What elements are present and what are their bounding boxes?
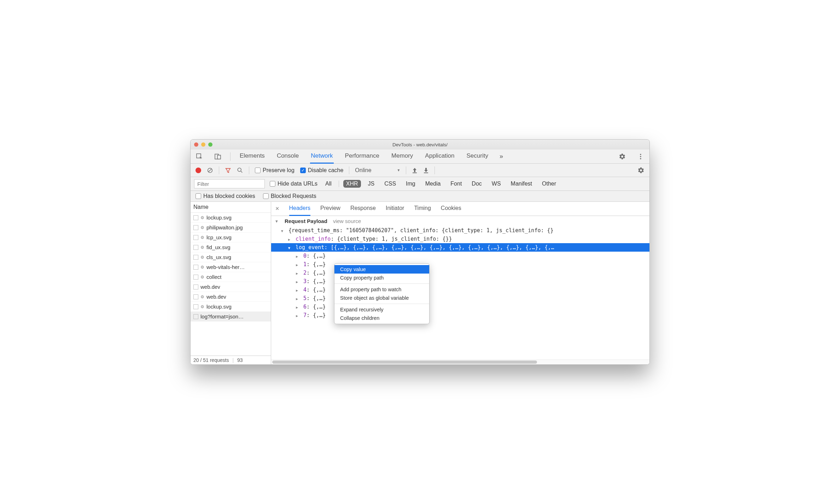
tab-application[interactable]: Application bbox=[424, 149, 455, 164]
tree-row[interactable]: ▶ 0: {,…} bbox=[271, 252, 649, 260]
request-row[interactable]: ⚙web-vitals-her… bbox=[191, 262, 271, 272]
menu-item[interactable]: Expand recursively bbox=[334, 305, 429, 314]
disable-cache-checkbox[interactable]: Disable cache bbox=[300, 167, 344, 174]
tree-row[interactable]: ▶ 4: {,…} bbox=[271, 286, 649, 294]
filter-type-other[interactable]: Other bbox=[539, 180, 559, 188]
detail-tab-timing[interactable]: Timing bbox=[414, 202, 431, 216]
triangle-right-icon: ▶ bbox=[296, 280, 300, 284]
filter-type-img[interactable]: Img bbox=[403, 180, 418, 188]
horizontal-scrollbar[interactable] bbox=[271, 359, 649, 364]
hide-data-urls-checkbox[interactable]: Hide data URLs bbox=[270, 181, 317, 187]
view-source-link[interactable]: view source bbox=[333, 218, 361, 224]
gear-icon: ⚙ bbox=[200, 304, 204, 309]
network-settings-gear-icon[interactable] bbox=[637, 167, 644, 174]
zoom-window-button[interactable] bbox=[208, 142, 212, 147]
blocked-requests-checkbox[interactable]: Blocked Requests bbox=[263, 193, 316, 199]
tree-row[interactable]: ▶ 5: {,…} bbox=[271, 294, 649, 303]
tab-console[interactable]: Console bbox=[276, 149, 299, 164]
menu-item[interactable]: Collapse children bbox=[334, 314, 429, 322]
request-row[interactable]: ⚙fid_ux.svg bbox=[191, 242, 271, 252]
upload-har-icon[interactable] bbox=[412, 167, 418, 174]
has-blocked-cookies-checkbox[interactable]: Has blocked cookies bbox=[196, 193, 255, 199]
request-list-header[interactable]: Name bbox=[191, 202, 271, 213]
request-row[interactable]: ⚙cls_ux.svg bbox=[191, 252, 271, 262]
device-toolbar-icon[interactable] bbox=[214, 153, 222, 160]
request-row[interactable]: log?format=json… bbox=[191, 312, 271, 322]
tree-row[interactable]: ▶ client_info: {client_type: 1, js_clien… bbox=[271, 235, 649, 243]
svg-point-3 bbox=[640, 154, 641, 155]
filter-type-media[interactable]: Media bbox=[422, 180, 444, 188]
throttling-select[interactable]: Online▼ bbox=[355, 167, 400, 174]
record-button[interactable] bbox=[196, 168, 201, 173]
tree-row[interactable]: ▶ 2: {,…} bbox=[271, 269, 649, 277]
tree-row[interactable]: ▶ 3: {,…} bbox=[271, 277, 649, 286]
tab-performance[interactable]: Performance bbox=[344, 149, 380, 164]
triangle-right-icon: ▶ bbox=[296, 288, 300, 292]
request-row[interactable]: ⚙web.dev bbox=[191, 292, 271, 302]
detail-tab-response[interactable]: Response bbox=[350, 202, 376, 216]
menu-item[interactable]: Copy value bbox=[334, 265, 429, 274]
clear-icon[interactable] bbox=[207, 167, 213, 174]
request-row[interactable]: web.dev bbox=[191, 282, 271, 292]
filter-type-css[interactable]: CSS bbox=[381, 180, 399, 188]
detail-tab-cookies[interactable]: Cookies bbox=[441, 202, 461, 216]
tree-row-selected[interactable]: ▼ log_event: [{,…}, {,…}, {,…}, {,…}, {,… bbox=[271, 243, 649, 252]
tab-memory[interactable]: Memory bbox=[391, 149, 414, 164]
filter-type-xhr[interactable]: XHR bbox=[343, 180, 361, 188]
preserve-log-checkbox[interactable]: Preserve log bbox=[255, 167, 294, 174]
inspect-element-icon[interactable] bbox=[196, 153, 203, 160]
tree-row[interactable]: ▶ 1: {,…} bbox=[271, 260, 649, 269]
tree-row[interactable]: ▶ 6: {,…} bbox=[271, 303, 649, 311]
minimize-window-button[interactable] bbox=[201, 142, 205, 147]
search-icon[interactable] bbox=[237, 167, 243, 174]
filter-type-js[interactable]: JS bbox=[365, 180, 378, 188]
filter-type-doc[interactable]: Doc bbox=[469, 180, 484, 188]
request-name: log?format=json… bbox=[200, 313, 244, 320]
request-row[interactable]: ⚙philipwalton.jpg bbox=[191, 223, 271, 233]
tab-security[interactable]: Security bbox=[466, 149, 489, 164]
gear-icon: ⚙ bbox=[200, 275, 204, 280]
request-row[interactable]: ⚙lcp_ux.svg bbox=[191, 233, 271, 242]
payload-section-header[interactable]: ▼ Request Payload view source bbox=[271, 216, 649, 226]
tree-row[interactable]: ▼ {request_time_ms: "1605078406207", cli… bbox=[271, 226, 649, 235]
close-window-button[interactable] bbox=[194, 142, 198, 147]
detail-tab-preview[interactable]: Preview bbox=[320, 202, 340, 216]
gear-icon: ⚙ bbox=[200, 265, 204, 270]
filter-funnel-icon[interactable] bbox=[225, 167, 231, 174]
detail-tab-headers[interactable]: Headers bbox=[289, 202, 310, 216]
chevron-down-icon: ▼ bbox=[397, 168, 401, 172]
request-row[interactable]: ⚙lockup.svg bbox=[191, 213, 271, 223]
triangle-down-icon: ▼ bbox=[281, 229, 285, 233]
tab-elements[interactable]: Elements bbox=[239, 149, 266, 164]
menu-item[interactable]: Add property path to watch bbox=[334, 285, 429, 294]
close-detail-icon[interactable]: × bbox=[275, 205, 279, 212]
detail-tab-initiator[interactable]: Initiator bbox=[386, 202, 404, 216]
tree-index: 5 bbox=[303, 295, 307, 301]
gear-icon: ⚙ bbox=[200, 245, 204, 250]
tab-network[interactable]: Network bbox=[310, 149, 333, 164]
filter-type-all[interactable]: All bbox=[322, 180, 334, 188]
request-row[interactable]: ⚙collect bbox=[191, 272, 271, 282]
filter-type-font[interactable]: Font bbox=[448, 180, 465, 188]
tree-index: 1 bbox=[303, 261, 307, 268]
tree-value: {,…} bbox=[313, 261, 326, 268]
tabs-overflow-icon[interactable]: » bbox=[500, 153, 503, 160]
menu-separator bbox=[334, 304, 429, 304]
request-row[interactable]: ⚙lockup.svg bbox=[191, 302, 271, 312]
menu-item[interactable]: Store object as global variable bbox=[334, 294, 429, 302]
separator bbox=[434, 166, 435, 174]
filter-type-ws[interactable]: WS bbox=[489, 180, 504, 188]
tree-value: {,…} bbox=[313, 287, 326, 293]
download-har-icon[interactable] bbox=[423, 167, 429, 174]
divider bbox=[230, 152, 231, 161]
filter-input[interactable] bbox=[194, 179, 265, 188]
main-tabs-bar: ElementsConsoleNetworkPerformanceMemoryA… bbox=[191, 150, 649, 164]
settings-gear-icon[interactable] bbox=[618, 153, 626, 160]
tree-row[interactable]: ▶ 7: {,…} bbox=[271, 311, 649, 320]
window-title: DevTools - web.dev/vitals/ bbox=[191, 142, 649, 147]
menu-item[interactable]: Copy property path bbox=[334, 274, 429, 282]
more-vertical-icon[interactable] bbox=[637, 153, 644, 160]
filter-bar-2: Has blocked cookies Blocked Requests bbox=[191, 191, 649, 202]
filter-type-manifest[interactable]: Manifest bbox=[508, 180, 535, 188]
scrollbar-thumb[interactable] bbox=[272, 361, 537, 364]
